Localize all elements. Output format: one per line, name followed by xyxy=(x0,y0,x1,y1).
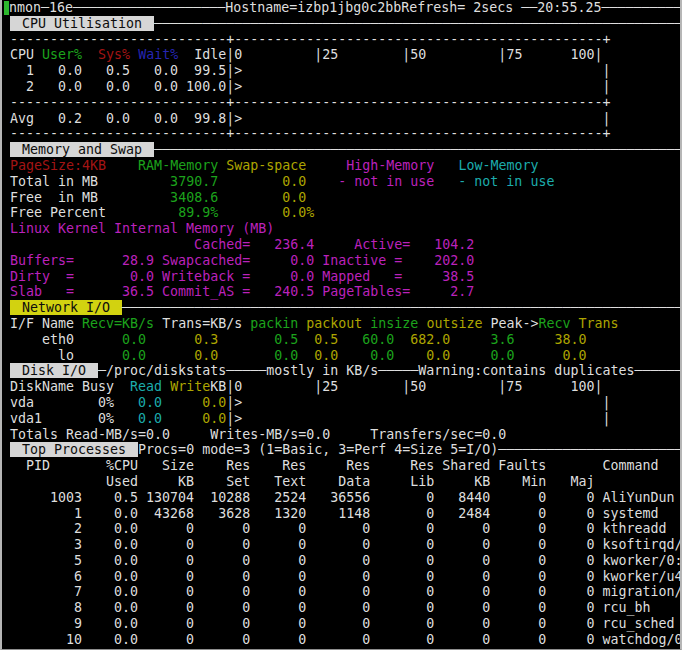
terminal-line-35: 5 0.0 0 0 0 0 0 0 0 0 kworker/0:0H xyxy=(2,553,680,569)
net-row-eth0: eth0 xyxy=(10,332,74,347)
text-segment: 0.5 xyxy=(298,332,338,347)
text-segment: insize xyxy=(370,316,418,331)
terminal-line-2: ---------------------------+------------… xyxy=(2,32,680,48)
terminal-line-10: PageSize:4KB RAM-Memory Swap-space High-… xyxy=(2,158,680,174)
terminal-line-13: Free Percent 89.9% 0.0% xyxy=(2,205,680,221)
terminal-line-23: Disk I/O ─/proc/diskstats─────mostly in … xyxy=(2,363,680,379)
terminal-line-8: ---------------------------+------------… xyxy=(2,126,680,142)
terminal-line-33: 2 0.0 0 0 0 0 0 0 0 0 kthreadd xyxy=(2,521,680,537)
text-segment: Wait% xyxy=(138,47,178,62)
terminal-line-1: CPU Utilisation ────────────────────────… xyxy=(2,16,680,32)
process-row: 1003 0.5 130704 10288 2524 36556 0 8440 … xyxy=(10,490,674,505)
text-segment: Buffers= 28.9 Swapcached= 0.0 Inactive =… xyxy=(10,253,474,268)
text-segment: High-Memory xyxy=(346,158,434,173)
text-segment: Dirty = 0.0 Writeback = 0.0 Mapped = 38.… xyxy=(10,269,474,284)
rule: ────────────────────────────────────────… xyxy=(122,300,682,315)
text-segment: Total in MB xyxy=(10,174,106,189)
terminal-line-16: Buffers= 28.9 Swapcached= 0.0 Inactive =… xyxy=(2,253,680,269)
text-segment: Trans=KB/s xyxy=(154,316,250,331)
terminal-line-9: Memory and Swap ────────────────────────… xyxy=(2,142,680,158)
text-segment: Peak-> xyxy=(482,316,538,331)
text-segment: Recv=KB/s xyxy=(82,316,154,331)
terminal-line-7: Avg 0.2 0.0 0.0 99.8|> | xyxy=(2,111,680,127)
process-row: 2 0.0 0 0 0 0 0 0 0 0 kthreadd xyxy=(10,521,666,536)
text-segment: 0.0 xyxy=(74,348,146,363)
terminal-line-37: 7 0.0 0 0 0 0 0 0 0 0 migration/0 xyxy=(2,584,680,600)
text-segment: - not in use xyxy=(434,174,554,189)
text-segment: I/F Name xyxy=(10,316,82,331)
terminal-line-31: 1003 0.5 130704 10288 2524 36556 0 8440 … xyxy=(2,490,680,506)
text-segment: outsize xyxy=(426,316,482,331)
text-segment xyxy=(434,158,458,173)
terminal-line-15: Cached= 236.4 Active= 104.2 xyxy=(2,237,680,253)
text-segment: |> | xyxy=(226,411,610,426)
text-segment: Recv xyxy=(538,316,570,331)
terminal-line-24: DiskName Busy Read WriteKB|0 |25 |50 |75… xyxy=(2,379,680,395)
text-segment: ─/proc/diskstats─────mostly in KB/s─────… xyxy=(98,363,682,378)
terminal-line-18: Slab = 36.5 Commit_AS = 240.5 PageTables… xyxy=(2,284,680,300)
text-segment: DiskName Busy xyxy=(10,379,130,394)
text-segment: 0.5 xyxy=(218,332,298,347)
process-row: 9 0.0 0 0 0 0 0 0 0 0 rcu_sched xyxy=(10,616,674,631)
process-row: 3 0.0 0 0 0 0 0 0 0 0 ksoftirqd/0 xyxy=(10,537,682,552)
text-segment xyxy=(571,316,579,331)
terminal-line-30: Used KB Set Text Data Lib KB Min Maj xyxy=(2,474,680,490)
terminal-line-39: 9 0.0 0 0 0 0 0 0 0 0 rcu_sched xyxy=(2,616,680,632)
section-title-network: Network I/O xyxy=(10,300,122,315)
text-segment: 0.0 xyxy=(450,348,514,363)
terminal-line-26: vda1 0% 0.0 0.0|> | xyxy=(2,411,680,427)
text-segment: 0.0 xyxy=(298,348,338,363)
text-segment: 3408.6 xyxy=(106,190,218,205)
disk-row-vda: vda 0% xyxy=(10,395,114,410)
text-segment: Free in MB xyxy=(10,190,106,205)
text-segment: 60.0 xyxy=(338,332,394,347)
section-title-top-processes: Top Processes xyxy=(10,442,138,457)
text-segment: Idle|0 |25 |50 |75 100| xyxy=(178,47,602,62)
disk-totals: Totals Read-MB/s=0.0 Writes-MB/s=0.0 Tra… xyxy=(10,427,506,442)
process-row: 10 0.0 0 0 0 0 0 0 0 0 watchdog/0 xyxy=(10,632,682,647)
terminal-line-36: 6 0.0 0 0 0 0 0 0 0 0 kworker/u4:0 xyxy=(2,569,680,585)
process-row: 8 0.0 0 0 0 0 0 0 0 0 rcu_bh xyxy=(10,600,650,615)
text-segment: 0.0 xyxy=(162,411,226,426)
disk-row-vda1: vda1 0% xyxy=(10,411,114,426)
terminal-line-5: 2 0.0 0.0 0.0 100.0|> | xyxy=(2,79,680,95)
text-segment: Cached= 236.4 Active= 104.2 xyxy=(10,237,474,252)
rule: ────────────────────────────────────────… xyxy=(154,142,682,157)
text-segment: |> | xyxy=(226,395,610,410)
terminal-line-14: Linux Kernel Internal Memory (MB) xyxy=(2,221,680,237)
text-segment: 0.0 xyxy=(146,348,218,363)
text-segment: 0.0 xyxy=(338,348,394,363)
section-title-disk: Disk I/O xyxy=(10,363,98,378)
cpu-row-avg: Avg 0.2 0.0 0.0 99.8|> | xyxy=(10,111,610,126)
terminal-line-17: Dirty = 0.0 Writeback = 0.0 Mapped = 38.… xyxy=(2,269,680,285)
text-segment: Read xyxy=(130,379,162,394)
terminal-line-38: 8 0.0 0 0 0 0 0 0 0 0 rcu_bh xyxy=(2,600,680,616)
cpu-row-1: 1 0.0 0.5 0.0 99.5|> | xyxy=(10,63,610,78)
terminal-line-0: nmon─16e───────────────────Hostname=izbp… xyxy=(2,0,680,16)
text-segment: 3.6 xyxy=(450,332,514,347)
text-segment: 0.0 xyxy=(218,348,298,363)
text-segment: 3790.7 xyxy=(106,174,218,189)
text-segment: Procs=0 mode=3 (1=Basic, 3=Perf 4=Size 5… xyxy=(138,442,682,457)
text-segment: KB|0 |25 |50 |75 100| xyxy=(210,379,602,394)
terminal-line-20: I/F Name Recv=KB/s Trans=KB/s packin pac… xyxy=(2,316,680,332)
process-row: 6 0.0 0 0 0 0 0 0 0 0 kworker/u4:0 xyxy=(10,569,682,584)
process-row: 5 0.0 0 0 0 0 0 0 0 0 kworker/0:0H xyxy=(10,553,682,568)
text-segment: 0.0 xyxy=(514,348,586,363)
text-segment: Low-Memory xyxy=(458,158,538,173)
text-segment xyxy=(82,47,98,62)
text-segment: 0.3 xyxy=(146,332,218,347)
separator: ---------------------------+------------… xyxy=(10,32,610,47)
net-row-lo: lo xyxy=(10,348,74,363)
text-segment: 0.0% xyxy=(218,205,314,220)
terminal-line-6: ---------------------------+------------… xyxy=(2,95,680,111)
process-header-1: PID %CPU Size Res Res Res Res Shared Fau… xyxy=(10,458,658,473)
terminal-line-40: 10 0.0 0 0 0 0 0 0 0 0 watchdog/0 xyxy=(2,632,680,648)
text-segment: Free Percent xyxy=(10,205,106,220)
text-segment: CPU xyxy=(10,47,42,62)
rule: ────────────────────────────────────────… xyxy=(154,16,682,31)
text-segment: Write xyxy=(170,379,210,394)
terminal-line-22: lo 0.0 0.0 0.0 0.0 0.0 0.0 0.0 0.0 xyxy=(2,348,680,364)
text-segment: packin xyxy=(250,316,298,331)
text-segment: 0.0 xyxy=(114,411,162,426)
